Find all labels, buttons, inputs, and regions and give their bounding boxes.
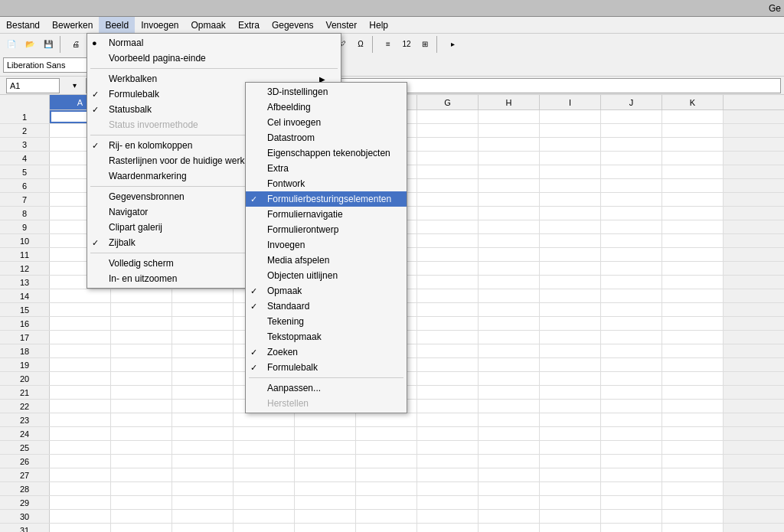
cell[interactable] [601,220,662,233]
menu-beeld[interactable]: Beeld [99,17,135,33]
cell[interactable] [662,220,724,233]
menu-tekstopmaak[interactable]: Tekstopmaak [246,329,407,344]
cell[interactable] [417,510,479,523]
cell[interactable] [172,468,234,481]
cell[interactable] [540,165,601,178]
cell[interactable] [356,524,417,532]
cell[interactable] [417,248,479,261]
cell[interactable] [417,152,479,165]
cell[interactable] [540,468,601,481]
cell[interactable] [601,331,662,344]
cell-ref-box[interactable]: A1 [6,78,60,93]
menu-standaard[interactable]: ✓ Standaard [246,299,407,314]
cell[interactable] [479,179,540,192]
cell[interactable] [662,138,724,151]
cell[interactable] [172,358,234,371]
cell[interactable] [417,124,479,137]
menu-normaal[interactable]: ● Normaal [87,35,341,51]
cell[interactable] [111,524,172,532]
cell[interactable] [50,372,111,385]
menu-venster[interactable]: Venster [320,17,364,33]
cell[interactable] [662,524,724,532]
menu-formulierontwerp[interactable]: Formulierontwerp [246,222,407,237]
cell[interactable] [540,207,601,220]
cell[interactable] [417,220,479,233]
menu-formulebalk-sub[interactable]: ✓ Formulebalk [246,360,407,375]
cell[interactable] [540,331,601,344]
menu-gegevens[interactable]: Gegevens [266,17,320,33]
cell[interactable] [479,220,540,233]
cell[interactable] [50,386,111,399]
menu-afbeelding[interactable]: Afbeelding [246,100,407,115]
cell[interactable] [540,386,601,399]
cell[interactable] [111,510,172,523]
cell[interactable] [295,468,356,481]
cell[interactable] [356,496,417,509]
cell[interactable] [479,110,540,123]
cell[interactable] [234,468,295,481]
cell[interactable] [111,303,172,316]
cell[interactable] [50,455,111,468]
cell[interactable] [295,482,356,495]
cell[interactable] [662,496,724,509]
cell[interactable] [50,400,111,413]
cell[interactable] [540,303,601,316]
cell[interactable] [540,220,601,233]
cell[interactable] [417,358,479,371]
cell[interactable] [540,358,601,371]
cell[interactable] [540,138,601,151]
cell[interactable] [295,455,356,468]
cell[interactable] [601,110,662,123]
cell[interactable] [417,400,479,413]
cell[interactable] [172,413,234,426]
cell[interactable] [540,372,601,385]
cell[interactable] [111,482,172,495]
menu-3d[interactable]: 3D-instellingen [246,84,407,100]
cell[interactable] [234,441,295,454]
cell[interactable] [417,441,479,454]
menu-invoegen[interactable]: Invoegen [135,17,185,33]
cell[interactable] [479,331,540,344]
cell[interactable] [540,110,601,123]
col-header-H[interactable]: H [479,95,540,109]
cell[interactable] [479,468,540,481]
cell[interactable] [417,455,479,468]
cell[interactable] [50,303,111,316]
cell[interactable] [479,386,540,399]
cell[interactable] [417,344,479,357]
cell[interactable] [111,427,172,440]
cell[interactable] [295,441,356,454]
cell[interactable] [417,413,479,426]
menu-aanpassen[interactable]: Aanpassen... [246,380,407,396]
cell[interactable] [662,152,724,165]
cell[interactable] [50,496,111,509]
cell[interactable] [662,124,724,137]
cell[interactable] [417,386,479,399]
cell[interactable] [601,358,662,371]
cell[interactable] [417,276,479,289]
menu-invoegen-sub[interactable]: Invoegen [246,237,407,253]
cell[interactable] [234,413,295,426]
cell[interactable] [540,400,601,413]
col-header-K[interactable]: K [662,95,724,109]
cell[interactable] [234,524,295,532]
cell[interactable] [172,510,234,523]
cell[interactable] [662,344,724,357]
cell[interactable] [50,413,111,426]
cell[interactable] [662,110,724,123]
cell[interactable] [417,193,479,206]
cell[interactable] [601,165,662,178]
cell[interactable] [479,441,540,454]
cell[interactable] [356,413,417,426]
cell[interactable] [172,400,234,413]
cell[interactable] [601,524,662,532]
menu-extra[interactable]: Extra [232,17,266,33]
cell[interactable] [662,262,724,275]
cell[interactable] [601,234,662,247]
cell[interactable] [601,138,662,151]
cell[interactable] [540,441,601,454]
cell[interactable] [540,510,601,523]
cell[interactable] [601,468,662,481]
cell[interactable] [540,344,601,357]
cell[interactable] [479,358,540,371]
